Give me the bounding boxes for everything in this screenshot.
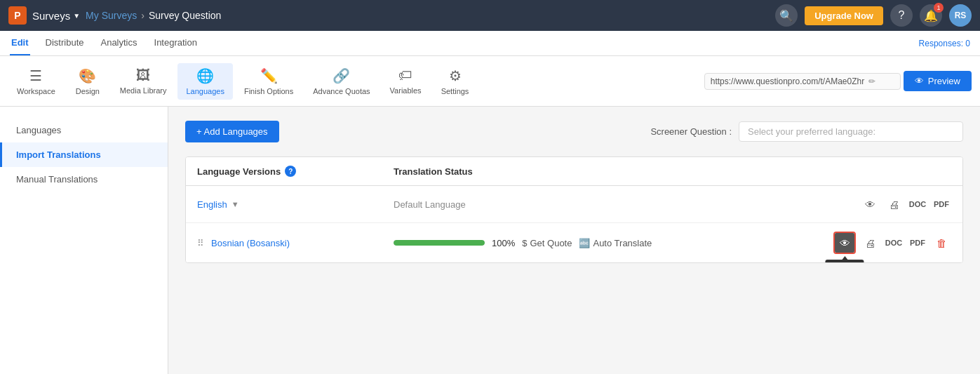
- language-name-english: English ▼: [197, 199, 394, 210]
- media-library-icon: 🖼: [136, 67, 150, 84]
- toolbar-variables[interactable]: 🏷 Variables: [382, 63, 430, 99]
- notification-badge: 1: [934, 3, 944, 13]
- app-name[interactable]: Surveys ▼: [32, 10, 80, 22]
- preview-tooltip: Preview: [825, 260, 864, 263]
- bosnian-eye-icon[interactable]: 👁: [835, 233, 854, 253]
- breadcrumb-separator: ›: [141, 10, 145, 21]
- progress-wrap: 100% $ Get Quote 🔤 Auto Translate: [394, 238, 833, 248]
- toolbar-workspace[interactable]: ☰ Workspace: [8, 63, 64, 100]
- drag-handle-icon: ⠿: [197, 238, 204, 248]
- toolbar-advance-quotas[interactable]: 🔗 Advance Quotas: [304, 63, 378, 100]
- responses-count: Responses: 0: [919, 39, 970, 48]
- nav-analytics[interactable]: Analytics: [99, 31, 138, 55]
- col-language-versions: Language Versions ?: [197, 166, 394, 177]
- screener-section: Screener Question : Select your preferre…: [650, 121, 963, 142]
- secondary-nav: Edit Distribute Analytics Integration Re…: [0, 31, 980, 56]
- sidebar-item-languages[interactable]: Languages: [0, 118, 168, 142]
- surveys-chevron-icon: ▼: [73, 12, 80, 20]
- bosnian-print-icon[interactable]: 🖨: [860, 233, 880, 253]
- app-logo: P: [8, 6, 27, 25]
- design-icon: 🎨: [79, 67, 96, 84]
- nav-integration[interactable]: Integration: [153, 31, 199, 55]
- preview-highlight-box: 👁 Preview: [833, 232, 856, 254]
- nav-edit[interactable]: Edit: [10, 31, 30, 55]
- main-layout: Languages Import Translations Manual Tra…: [0, 107, 980, 374]
- languages-icon: 🌐: [196, 67, 214, 84]
- pdf-icon[interactable]: PDF: [932, 194, 951, 214]
- table-row: ⠿ Bosnian (Bosanski) 100% $ Get Quote 🔤 …: [186, 223, 962, 262]
- breadcrumb-link[interactable]: My Surveys: [86, 10, 137, 21]
- advance-quotas-icon: 🔗: [333, 67, 350, 84]
- bosnian-row-actions: 👁 Preview 🖨 DOC PDF 🗑: [833, 232, 951, 254]
- language-name-bosnian: ⠿ Bosnian (Bosanski): [197, 238, 394, 248]
- notification-wrap[interactable]: 🔔 1: [920, 4, 942, 27]
- finish-options-icon: ✏️: [260, 67, 278, 84]
- print-icon[interactable]: 🖨: [884, 194, 904, 214]
- sidebar-item-import-translations[interactable]: Import Translations: [0, 142, 168, 167]
- translate-icon: 🔤: [579, 238, 590, 248]
- english-label: English: [197, 199, 227, 210]
- top-bar-icons: 🔍 Upgrade Now ? 🔔 1 RS: [775, 4, 972, 27]
- sidebar-item-manual-translations[interactable]: Manual Translations: [0, 167, 168, 192]
- toolbar-design[interactable]: 🎨 Design: [67, 63, 109, 100]
- url-bar: https://www.questionpro.com/t/AMae0Zhr ✏: [704, 73, 901, 90]
- bosnian-pdf-icon[interactable]: PDF: [908, 233, 927, 253]
- toolbar-languages[interactable]: 🌐 Languages: [177, 63, 232, 100]
- progress-bar-fill: [394, 240, 485, 246]
- bosnian-doc-icon[interactable]: DOC: [884, 233, 904, 253]
- dropdown-arrow-icon[interactable]: ▼: [231, 200, 239, 208]
- dollar-icon: $: [522, 238, 527, 248]
- screener-select[interactable]: Select your preferred language:: [739, 121, 963, 142]
- progress-bar: [394, 240, 485, 246]
- url-text: https://www.questionpro.com/t/AMae0Zhr: [711, 76, 864, 86]
- top-bar: P Surveys ▼ My Surveys › Survey Question…: [0, 0, 980, 31]
- default-language-text: Default Language: [394, 199, 466, 210]
- preview-icon: 👁: [915, 76, 924, 86]
- toolbar: ☰ Workspace 🎨 Design 🖼 Media Library 🌐 L…: [0, 56, 980, 107]
- bosnian-label: Bosnian (Bosanski): [211, 238, 290, 248]
- col-translation-status: Translation Status: [394, 166, 839, 177]
- avatar[interactable]: RS: [949, 4, 972, 27]
- search-icon[interactable]: 🔍: [775, 4, 798, 27]
- add-languages-button[interactable]: + Add Languages: [185, 121, 279, 142]
- settings-icon: ⚙: [449, 67, 462, 84]
- edit-url-icon[interactable]: ✏: [868, 76, 875, 86]
- help-icon[interactable]: ?: [285, 166, 296, 177]
- language-table: Language Versions ? Translation Status E…: [185, 156, 963, 263]
- workspace-icon: ☰: [29, 67, 42, 84]
- progress-percent: 100%: [492, 238, 515, 248]
- screener-label: Screener Question :: [650, 126, 732, 137]
- english-row-actions: 👁 🖨 DOC PDF: [860, 194, 951, 214]
- content-area: + Add Languages Screener Question : Sele…: [168, 107, 980, 374]
- toolbar-media-library[interactable]: 🖼 Media Library: [112, 63, 175, 99]
- breadcrumb-current: Survey Question: [149, 10, 222, 21]
- auto-translate-button[interactable]: 🔤 Auto Translate: [579, 238, 652, 248]
- table-row: English ▼ Default Language 👁 🖨 DOC PDF: [186, 186, 962, 223]
- bosnian-delete-icon[interactable]: 🗑: [932, 233, 951, 253]
- nav-distribute[interactable]: Distribute: [44, 31, 86, 55]
- sidebar: Languages Import Translations Manual Tra…: [0, 107, 168, 374]
- toolbar-finish-options[interactable]: ✏️ Finish Options: [236, 63, 302, 100]
- breadcrumb: My Surveys › Survey Question: [86, 10, 221, 21]
- eye-icon[interactable]: 👁: [860, 194, 880, 214]
- variables-icon: 🏷: [398, 67, 412, 84]
- help-icon[interactable]: ?: [890, 4, 913, 27]
- lang-header: + Add Languages Screener Question : Sele…: [185, 121, 963, 142]
- upgrade-button[interactable]: Upgrade Now: [805, 6, 883, 25]
- get-quote-button[interactable]: $ Get Quote: [522, 238, 572, 248]
- toolbar-settings[interactable]: ⚙ Settings: [433, 63, 478, 100]
- preview-button[interactable]: 👁 Preview: [904, 71, 972, 91]
- doc-icon[interactable]: DOC: [908, 194, 927, 214]
- table-header: Language Versions ? Translation Status: [186, 157, 962, 186]
